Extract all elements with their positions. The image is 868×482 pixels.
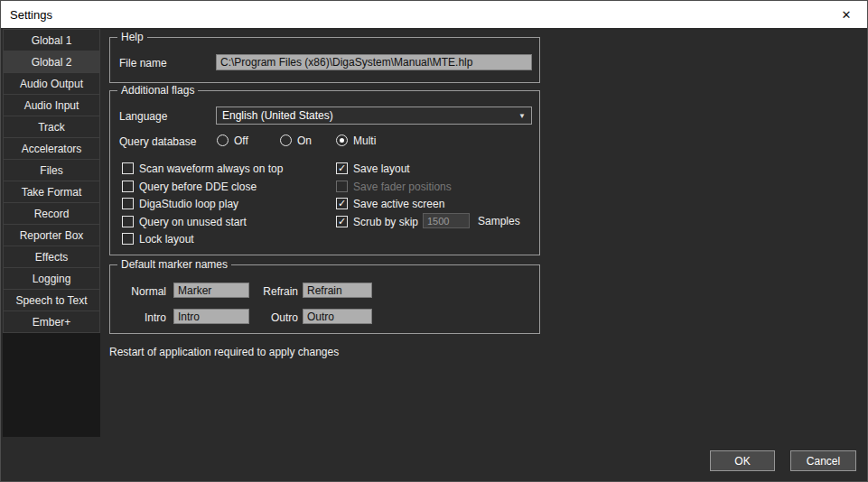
marker-refrain-label: Refrain — [253, 285, 298, 298]
radio-label: Multi — [353, 134, 376, 147]
checkbox-label: Save active screen — [353, 198, 444, 210]
sidebar-item-label: Ember+ — [33, 316, 70, 329]
scrub-samples-input[interactable] — [423, 213, 470, 228]
sidebar-item-label: Effects — [35, 251, 68, 264]
checkbox-label: Query on unused start — [139, 216, 247, 228]
checkbox-icon: ✓ — [336, 181, 348, 192]
checkbox-label: Scan waveform always on top — [139, 162, 283, 175]
marker-normal-label: Normal — [116, 285, 166, 298]
sidebar-item-record[interactable]: Record — [3, 202, 100, 225]
close-button[interactable]: ✕ — [826, 1, 867, 28]
restart-note: Restart of application required to apply… — [109, 346, 339, 358]
sidebar-item-global-2[interactable]: Global 2 — [3, 51, 100, 73]
default-marker-names-group: Default marker names Normal Refrain Intr… — [109, 264, 540, 334]
radio-icon — [336, 134, 348, 146]
checkbox-query-on-unused-start[interactable]: ✓ Query on unused start — [122, 215, 247, 228]
checkbox-save-layout[interactable]: ✓ Save layout — [336, 162, 410, 175]
file-name-input[interactable] — [216, 54, 532, 70]
radio-query-multi[interactable]: Multi — [336, 134, 376, 147]
checkbox-save-active-screen[interactable]: ✓ Save active screen — [336, 197, 444, 210]
checkbox-save-fader-positions: ✓ Save fader positions — [336, 180, 452, 193]
marker-refrain-input[interactable] — [303, 283, 372, 298]
marker-outro-label: Outro — [253, 311, 298, 324]
marker-normal-input[interactable] — [173, 283, 249, 298]
checkbox-icon: ✓ — [122, 233, 134, 245]
sidebar-item-label: Reporter Box — [20, 229, 84, 242]
default-marker-names-label: Default marker names — [117, 258, 231, 271]
check-icon: ✓ — [338, 199, 346, 209]
sidebar-item-label: Audio Output — [20, 78, 83, 90]
sidebar-item-audio-input[interactable]: Audio Input — [3, 94, 100, 116]
sidebar-item-label: Record — [34, 208, 70, 220]
window-title: Settings — [10, 8, 52, 22]
checkbox-lock-layout[interactable]: ✓ Lock layout — [122, 232, 194, 246]
checkbox-label: Query before DDE close — [139, 181, 257, 193]
checkbox-scan-waveform-always-on-top[interactable]: ✓ Scan waveform always on top — [122, 162, 283, 175]
sidebar-item-label: Files — [40, 164, 62, 177]
marker-intro-label: Intro — [116, 311, 166, 324]
radio-label: On — [297, 134, 312, 147]
radio-query-on[interactable]: On — [280, 134, 312, 147]
additional-flags-group-label: Additional flags — [117, 84, 198, 97]
help-group: Help File name — [109, 37, 540, 83]
checkbox-digastudio-loop-play[interactable]: ✓ DigaStudio loop play — [122, 197, 238, 210]
sidebar-item-label: Logging — [33, 273, 71, 285]
sidebar-item-effects[interactable]: Effects — [3, 246, 100, 268]
radio-label: Off — [234, 134, 248, 147]
sidebar-item-audio-output[interactable]: Audio Output — [3, 72, 100, 95]
checkbox-label: Save layout — [353, 162, 410, 175]
titlebar: Settings ✕ — [1, 1, 867, 28]
checkbox-label: Scrub by skip — [353, 216, 418, 228]
checkbox-label: DigaStudio loop play — [139, 198, 238, 210]
sidebar-item-track[interactable]: Track — [3, 116, 100, 138]
language-dropdown[interactable]: English (United States) ▼ — [216, 107, 532, 125]
sidebar-item-label: Audio Input — [24, 99, 79, 112]
checkbox-scrub-by-skip[interactable]: ✓ Scrub by skip — [336, 215, 418, 228]
close-icon: ✕ — [842, 8, 852, 22]
sidebar-item-label: Accelerators — [22, 143, 82, 155]
language-label: Language — [119, 110, 167, 123]
sidebar-item-label: Global 2 — [32, 56, 72, 69]
settings-window: Settings ✕ Global 1 Global 2 Audio Outpu… — [0, 0, 868, 482]
checkbox-icon: ✓ — [122, 181, 134, 192]
sidebar-item-label: Global 1 — [32, 34, 72, 47]
sidebar-item-logging[interactable]: Logging — [3, 267, 100, 290]
sidebar-item-label: Speech to Text — [15, 294, 87, 307]
ok-button[interactable]: OK — [710, 450, 775, 471]
sidebar-item-reporter-box[interactable]: Reporter Box — [3, 224, 100, 246]
file-name-label: File name — [119, 57, 167, 70]
chevron-down-icon: ▼ — [518, 112, 526, 120]
checkbox-label: Lock layout — [139, 233, 194, 246]
sidebar-item-take-format[interactable]: Take Format — [3, 181, 100, 203]
language-selected-value: English (United States) — [222, 109, 333, 122]
sidebar-item-global-1[interactable]: Global 1 — [3, 29, 100, 51]
additional-flags-group: Additional flags Language English (Unite… — [109, 90, 540, 255]
sidebar-item-files[interactable]: Files — [3, 159, 100, 181]
checkbox-label: Save fader positions — [353, 181, 452, 193]
checkbox-query-before-dde-close[interactable]: ✓ Query before DDE close — [122, 180, 257, 193]
checkbox-icon: ✓ — [122, 198, 134, 209]
radio-icon — [280, 134, 292, 146]
checkbox-icon: ✓ — [336, 216, 348, 227]
checkbox-icon: ✓ — [336, 162, 348, 174]
sidebar-item-speech-to-text[interactable]: Speech to Text — [3, 289, 100, 311]
radio-icon — [217, 134, 229, 146]
sidebar-item-label: Track — [38, 121, 65, 134]
query-database-label: Query database — [119, 135, 196, 148]
check-icon: ✓ — [338, 217, 346, 227]
cancel-button[interactable]: Cancel — [790, 450, 856, 471]
checkbox-icon: ✓ — [122, 162, 134, 174]
checkbox-icon: ✓ — [122, 216, 134, 227]
checkbox-icon: ✓ — [336, 198, 348, 209]
sidebar-item-ember[interactable]: Ember+ — [3, 311, 100, 333]
marker-outro-input[interactable] — [303, 309, 372, 324]
sidebar: Global 1 Global 2 Audio Output Audio Inp… — [3, 29, 100, 437]
samples-unit-label: Samples — [478, 215, 520, 227]
sidebar-item-accelerators[interactable]: Accelerators — [3, 137, 100, 160]
marker-intro-input[interactable] — [173, 309, 249, 324]
help-group-label: Help — [117, 31, 147, 43]
sidebar-item-label: Take Format — [22, 186, 82, 199]
radio-query-off[interactable]: Off — [217, 134, 248, 147]
check-icon: ✓ — [338, 163, 346, 173]
